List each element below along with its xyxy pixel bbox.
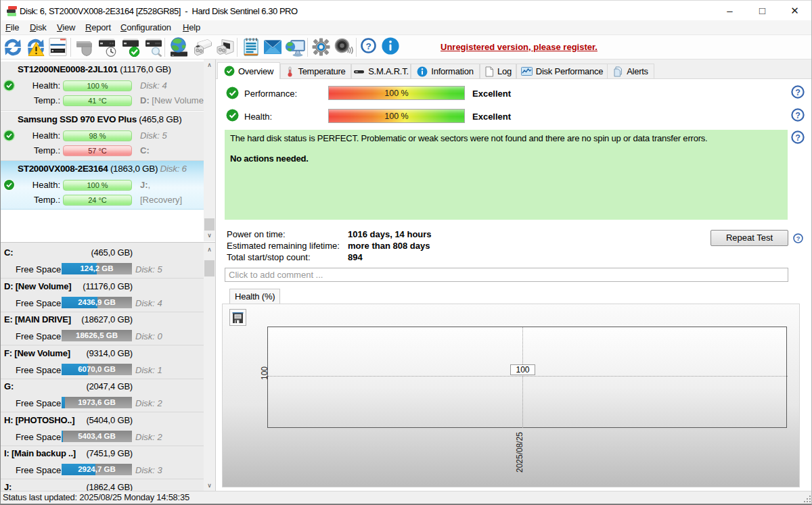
svg-text:?: ? [795,133,800,143]
svg-text:?: ? [796,235,800,242]
svg-text:?: ? [795,88,800,97]
svg-text:?: ? [365,41,371,51]
svg-text:?: ? [795,111,800,120]
